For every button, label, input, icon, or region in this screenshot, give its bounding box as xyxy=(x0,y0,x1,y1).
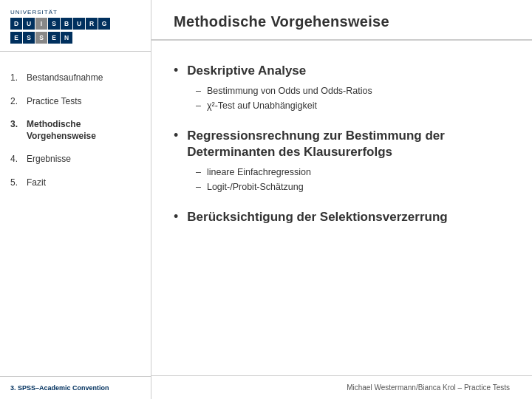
nav-items: 1. Bestandsaufnahme 2. Practice Tests 3.… xyxy=(0,52,151,376)
bullet-title-2: Regressionsrechnung zur Bestimmung der D… xyxy=(187,128,510,160)
sub-item-2-1: – lineare Einfachregression xyxy=(196,165,510,180)
logo-cell: U xyxy=(73,18,85,30)
logo-cell: N xyxy=(61,32,72,44)
logo-area: UNIVERSITÄT D U I S B U R G E S S E xyxy=(0,0,151,52)
sub-item-text: χ²-Test auf Unabhängigkeit xyxy=(207,98,317,113)
main-header: Methodische Vorgehensweise xyxy=(151,0,532,41)
bullet-dot-2: • xyxy=(174,128,178,144)
nav-num: 1. xyxy=(10,72,27,83)
bullet-main-1: • Deskriptive Analyse xyxy=(174,63,510,79)
bullet-section-1: • Deskriptive Analyse – Bestimmung von O… xyxy=(174,63,510,113)
sub-dash: – xyxy=(196,180,201,194)
sub-items-2: – lineare Einfachregression – Logit-/Pro… xyxy=(196,165,510,194)
nav-item-practice-tests[interactable]: 2. Practice Tests xyxy=(0,90,151,114)
sub-item-2-2: – Logit-/Probit-Schätzung xyxy=(196,180,510,194)
logo-cell: R xyxy=(86,18,98,30)
nav-item-ergebnisse[interactable]: 4. Ergebnisse xyxy=(0,148,151,171)
logo-cell: S xyxy=(23,32,35,44)
nav-label: Bestandsaufnahme xyxy=(27,72,103,84)
page-title: Methodische Vorgehensweise xyxy=(174,13,510,30)
nav-num: 3. xyxy=(10,119,27,129)
bullet-title-3: Berücksichtigung der Selektionsverzerrun… xyxy=(187,209,447,225)
logo-cell: B xyxy=(61,18,72,30)
sub-item-text: Logit-/Probit-Schätzung xyxy=(207,180,304,194)
university-label: UNIVERSITÄT xyxy=(10,9,140,16)
bullet-section-2: • Regressionsrechnung zur Bestimmung der… xyxy=(174,128,510,194)
main-footer: Michael Westermann/Bianca Krol – Practic… xyxy=(151,375,532,399)
sub-item-1-1: – Bestimmung von Odds und Odds-Ratios xyxy=(196,83,510,98)
sub-dash: – xyxy=(196,165,201,180)
logo-cell: G xyxy=(98,18,110,30)
sub-items-1: – Bestimmung von Odds und Odds-Ratios – … xyxy=(196,83,510,113)
logo-cell: I xyxy=(35,18,47,30)
bullet-main-2: • Regressionsrechnung zur Bestimmung der… xyxy=(174,128,510,160)
bullet-dot-1: • xyxy=(174,63,178,79)
logo-cell: D xyxy=(10,18,22,30)
sidebar-footer: 3. SPSS–Academic Convention xyxy=(0,376,151,399)
sub-item-1-2: – χ²-Test auf Unabhängigkeit xyxy=(196,98,510,113)
nav-label: Ergebnisse xyxy=(27,154,71,166)
logo-cell: E xyxy=(48,32,60,44)
sub-item-text: lineare Einfachregression xyxy=(207,165,311,180)
sub-dash: – xyxy=(196,83,201,98)
logo-cell: S xyxy=(48,18,60,30)
sub-dash: – xyxy=(196,98,201,113)
logo-cell: U xyxy=(23,18,35,30)
nav-item-fazit[interactable]: 5. Fazit xyxy=(0,171,151,195)
main-content: • Deskriptive Analyse – Bestimmung von O… xyxy=(151,41,532,375)
nav-label: Practice Tests xyxy=(27,96,81,108)
nav-num: 2. xyxy=(10,96,27,106)
logo-cell: E xyxy=(10,32,22,44)
logo-cell: S xyxy=(35,32,47,44)
nav-label: Fazit xyxy=(27,177,46,189)
nav-num: 4. xyxy=(10,154,27,164)
sidebar: UNIVERSITÄT D U I S B U R G E S S E xyxy=(0,0,151,399)
nav-label: Methodische Vorgehensweise xyxy=(27,119,140,142)
nav-item-methodische[interactable]: 3. Methodische Vorgehensweise xyxy=(0,113,151,148)
bullet-main-3: • Berücksichtigung der Selektionsverzerr… xyxy=(174,209,510,225)
nav-num: 5. xyxy=(10,177,27,188)
bullet-dot-3: • xyxy=(174,209,178,225)
bullet-title-1: Deskriptive Analyse xyxy=(187,63,306,79)
nav-item-bestandsaufnahme[interactable]: 1. Bestandsaufnahme xyxy=(0,66,151,90)
sub-item-text: Bestimmung von Odds und Odds-Ratios xyxy=(207,83,372,98)
bullet-section-3: • Berücksichtigung der Selektionsverzerr… xyxy=(174,209,510,225)
footer-text: Michael Westermann/Bianca Krol – Practic… xyxy=(347,383,510,392)
main-panel: Methodische Vorgehensweise • Deskriptive… xyxy=(151,0,532,399)
